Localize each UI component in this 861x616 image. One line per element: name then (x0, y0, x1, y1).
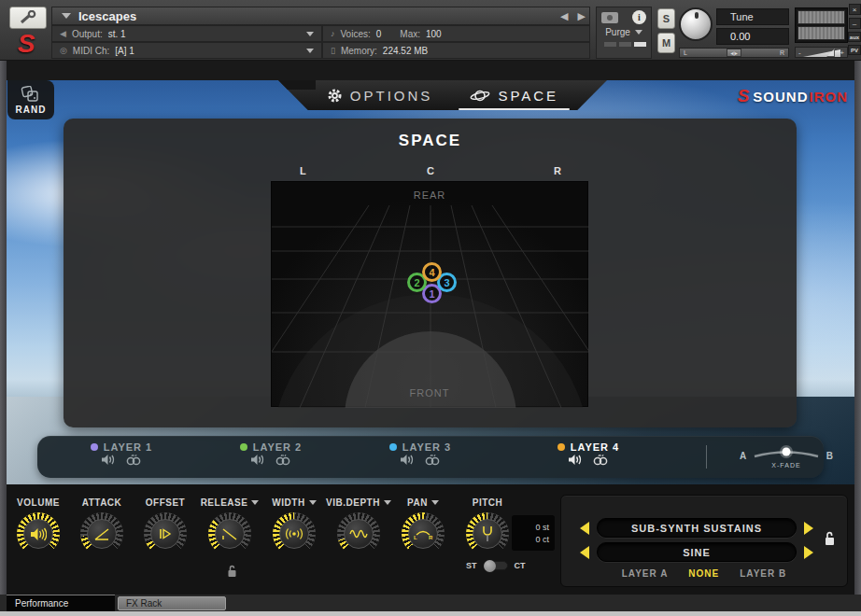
layer-1-dot (91, 443, 98, 451)
space-stage[interactable]: REAR FRONT 1 2 3 4 (271, 181, 588, 407)
source-3-number: 3 (444, 277, 449, 288)
mute-button[interactable]: M (657, 33, 675, 53)
offset-knob-group[interactable]: OFFSET (134, 496, 197, 555)
master-volume-slider[interactable]: - + (795, 47, 848, 58)
program-lock-icon[interactable] (824, 531, 836, 546)
layer-3-label: LAYER 3 (402, 441, 451, 453)
pan-dropdown-icon[interactable] (431, 500, 439, 505)
solo-button[interactable]: S (657, 8, 675, 29)
vibdepth-dropdown-icon[interactable] (384, 500, 391, 505)
volume-knob-group[interactable]: VOLUME (7, 496, 70, 555)
voices-icon: ♪ (331, 29, 335, 38)
next-instrument-button[interactable]: ▶ (578, 10, 586, 22)
pan-handle[interactable]: ◂|▸ (727, 49, 741, 57)
none-option[interactable]: NONE (688, 568, 719, 579)
layer-2-label: LAYER 2 (253, 441, 302, 453)
layer-4-selector[interactable]: LAYER 4 (532, 441, 644, 466)
tab-fx-rack[interactable]: FX Rack (118, 596, 226, 610)
layer-1-link-icon[interactable] (125, 455, 142, 466)
layer-a-option[interactable]: LAYER A (622, 568, 669, 579)
mini-meters (597, 37, 651, 47)
xfade-arc[interactable] (752, 445, 821, 462)
pitch-semitones-value[interactable]: 0 st (535, 523, 549, 532)
prev-instrument-button[interactable]: ◀ (560, 10, 568, 22)
header-gap (0, 61, 861, 80)
snapshot-camera-icon[interactable] (601, 12, 618, 23)
layer-2-selector[interactable]: LAYER 2 (215, 441, 327, 466)
max-voices-value[interactable]: 100 (426, 29, 442, 39)
tab-space[interactable]: SPACE (470, 88, 558, 104)
voices-value: 0 (376, 29, 382, 39)
rear-label: REAR (272, 189, 587, 201)
release-dropdown-icon[interactable] (251, 500, 259, 505)
pv-button[interactable]: PV (848, 45, 861, 55)
source-4[interactable]: 4 (422, 262, 442, 282)
pitch-knob-group[interactable]: PITCH (456, 496, 519, 555)
st-ct-toggle[interactable] (484, 561, 508, 570)
instrument-header-block: Icescapes ◀ ▶ ◀ Output: st. 1 ◎ MIDI Ch:… (51, 7, 590, 59)
attack-knob[interactable] (87, 519, 117, 549)
layer-3-selector[interactable]: LAYER 3 (364, 441, 476, 466)
pitch-value-box[interactable]: 0 st 0 ct (512, 515, 555, 551)
width-knob[interactable] (279, 519, 309, 549)
waveform-selector: SINE (580, 542, 813, 562)
release-knob-group[interactable]: RELEASE (198, 496, 261, 555)
xfade-slider[interactable]: A B X-FADE (740, 443, 833, 471)
layer-3-link-icon[interactable] (424, 455, 441, 466)
layer-4-speaker-icon[interactable] (568, 454, 583, 466)
randomize-button[interactable]: RAND (7, 80, 54, 119)
output-dropdown-icon[interactable] (306, 32, 314, 36)
layer-3-speaker-icon[interactable] (400, 454, 415, 466)
release-lock-icon[interactable] (227, 565, 237, 578)
attack-knob-group[interactable]: ATTACK (70, 496, 134, 555)
purge-menu[interactable]: Purge (597, 27, 651, 37)
width-knob-group[interactable]: WIDTH (262, 496, 326, 555)
pan-knob-group[interactable]: PAN LR (391, 496, 455, 555)
offset-knob-label: OFFSET (146, 497, 185, 508)
tune-knob[interactable] (679, 7, 713, 41)
master-pan-slider[interactable]: L ◂|▸ R (679, 48, 789, 58)
tune-value[interactable]: 0.00 (716, 28, 789, 45)
volume-knob-label: VOLUME (17, 497, 60, 508)
instrument-title-bar[interactable]: Icescapes ◀ ▶ (51, 7, 590, 25)
midi-channel-row[interactable]: ◎ MIDI Ch: [A] 1 (51, 42, 322, 59)
layer-2-speaker-icon[interactable] (250, 454, 265, 466)
tab-options[interactable]: OPTIONS (327, 88, 433, 104)
dice-icon (21, 86, 41, 103)
layer-2-link-icon[interactable] (275, 455, 291, 466)
tab-options-label: OPTIONS (350, 88, 433, 104)
waveform-field[interactable]: SINE (597, 542, 797, 562)
articulation-next-arrow[interactable] (804, 522, 813, 535)
layer-1-speaker-icon[interactable] (101, 454, 116, 466)
pitch-cents-value[interactable]: 0 ct (535, 535, 549, 544)
release-knob[interactable] (215, 519, 245, 549)
articulation-prev-arrow[interactable] (580, 522, 589, 535)
edit-wrench-button[interactable] (9, 7, 47, 29)
level-meters (795, 7, 848, 43)
vibdepth-knob[interactable] (344, 519, 374, 549)
pitch-knob-label: PITCH (473, 497, 503, 508)
output-row[interactable]: ◀ Output: st. 1 (51, 25, 322, 42)
layer-b-option[interactable]: LAYER B (740, 568, 786, 579)
volume-plus[interactable]: + (840, 49, 844, 57)
waveform-next-arrow[interactable] (804, 546, 813, 559)
vibdepth-knob-group[interactable]: VIB.DEPTH (327, 496, 390, 555)
offset-knob[interactable] (150, 519, 180, 549)
waveform-prev-arrow[interactable] (580, 546, 589, 559)
brand-s-icon: S (738, 86, 750, 106)
midi-dropdown-icon[interactable] (306, 49, 314, 53)
volume-minus[interactable]: - (798, 49, 801, 57)
info-icon[interactable]: i (632, 10, 646, 24)
volume-knob[interactable] (23, 519, 53, 549)
pitch-knob[interactable] (473, 519, 502, 549)
st-ct-toggle-group[interactable]: ST CT (466, 561, 526, 570)
articulation-field[interactable]: SUB-SYNTH SUSTAINS (597, 518, 797, 538)
tab-performance[interactable]: Performance (7, 595, 115, 611)
width-dropdown-icon[interactable] (309, 500, 317, 505)
layer-1-selector[interactable]: LAYER 1 (65, 441, 177, 466)
close-icon[interactable]: × (849, 4, 861, 15)
layer-4-link-icon[interactable] (592, 455, 609, 466)
pan-knob[interactable]: LR (408, 519, 438, 549)
aux-button[interactable]: aux (848, 32, 861, 42)
minimize-icon[interactable]: – (849, 18, 861, 29)
